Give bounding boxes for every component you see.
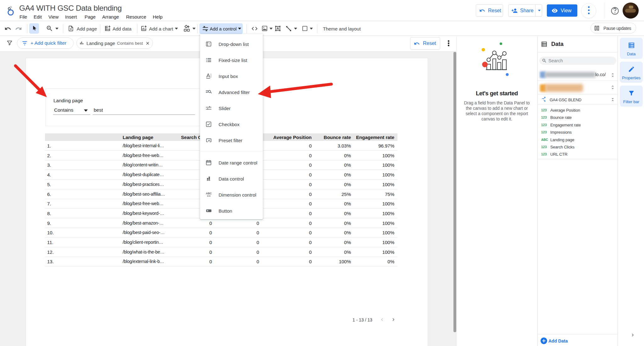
svg-text:ABC: ABC — [206, 192, 212, 195]
